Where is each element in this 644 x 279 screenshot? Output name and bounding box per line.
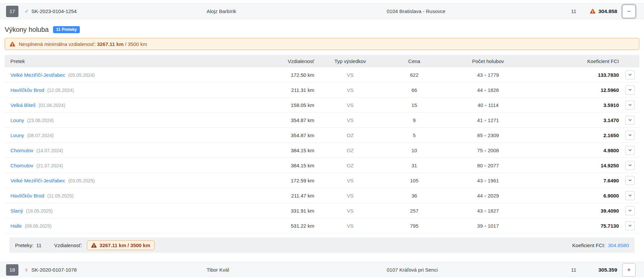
birds-count: 44+2029 — [442, 193, 534, 199]
race-coefficient: 6.9000 — [534, 193, 619, 199]
race-cell: Havlíčkův Brod (12.05.2024) — [10, 87, 251, 93]
chevron-down-icon — [628, 103, 632, 108]
result-type: VS — [314, 72, 386, 78]
birds-count: 43+1961 — [442, 178, 534, 183]
race-distance: 354.87 km — [251, 117, 314, 123]
plus-separator: + — [483, 208, 488, 214]
race-prize: 31 — [386, 163, 442, 168]
row-expand-button[interactable] — [625, 131, 635, 140]
warning-icon — [10, 42, 15, 47]
race-distance: 531.22 km — [251, 223, 314, 229]
row-expand-button[interactable] — [625, 161, 635, 170]
race-distance: 172.50 km — [251, 72, 314, 78]
race-link[interactable]: Havlíčkův Brod — [10, 193, 44, 199]
result-type: VS — [314, 178, 386, 183]
race-coefficient: 3.1470 — [534, 117, 619, 123]
coefficient-total: 305.359 — [598, 267, 617, 273]
race-date: (12.05.2024) — [47, 88, 74, 93]
race-cell: Slaný (18.05.2025) — [10, 208, 251, 214]
race-prize: 10 — [386, 148, 442, 153]
race-cell: Chomutov (21.07.2024) — [10, 163, 251, 168]
races-count-badge: 11 Preteky — [53, 26, 80, 33]
race-date: (09.06.2025) — [25, 223, 51, 229]
birds-count: 41+1271 — [442, 117, 534, 123]
row-expand-button[interactable] — [625, 206, 635, 215]
race-cell: Louny (23.06.2024) — [10, 117, 251, 123]
chevron-down-icon — [628, 118, 632, 123]
result-type: VS — [314, 223, 386, 229]
race-coefficient: 133.7830 — [534, 72, 619, 78]
races-total-label: Preteky: — [15, 242, 34, 248]
row-expand-button[interactable] — [625, 221, 635, 230]
race-link[interactable]: Halle — [10, 223, 22, 229]
expand-button[interactable]: + — [622, 263, 636, 277]
row-expand-button[interactable] — [625, 70, 635, 79]
table-row: Slaný (18.05.2025) 331.91 km VS 257 43+1… — [5, 203, 639, 218]
coefficient-total-label: Koeficient FCI: — [572, 242, 605, 248]
result-type: OZ — [314, 148, 386, 153]
race-distance: 331.91 km — [251, 208, 314, 214]
col-header-pocet-holubov: Počet holubov — [442, 58, 534, 64]
race-link[interactable]: Chomutov — [10, 163, 33, 168]
fancier-name: Tibor Kvál — [207, 267, 387, 273]
row-expand-button[interactable] — [625, 116, 635, 125]
race-prize: 105 — [386, 178, 442, 183]
race-cell: Chomutov (14.07.2024) — [10, 148, 251, 153]
race-coefficient: 39.4090 — [534, 208, 619, 214]
birds-count: 75+2008 — [442, 148, 534, 153]
race-prize: 66 — [386, 87, 442, 93]
race-link[interactable]: Velká Bíteš — [10, 102, 36, 108]
alert-distance-value: 3267.11 km — [97, 41, 123, 47]
plus-separator: + — [483, 102, 488, 108]
result-type: VS — [314, 87, 386, 93]
race-distance: 384.15 km — [251, 163, 314, 168]
birds-count: 85+2309 — [442, 132, 534, 138]
birds-count: 43+1827 — [442, 208, 534, 214]
row-expand-button[interactable] — [625, 191, 635, 200]
result-type: VS — [314, 208, 386, 214]
plus-separator: + — [483, 223, 488, 229]
female-icon: ♀ — [24, 267, 29, 273]
race-link[interactable]: Slaný — [10, 208, 23, 214]
race-link[interactable]: Havlíčkův Brod — [10, 87, 44, 93]
male-icon: ♂ — [24, 8, 29, 14]
race-count: 11 — [563, 8, 576, 14]
table-row: Louny (08.07.2024) 354.87 km OZ 5 85+230… — [5, 128, 639, 143]
race-prize: 257 — [386, 208, 442, 214]
race-prize: 5 — [386, 132, 442, 138]
row-expand-button[interactable] — [625, 176, 635, 185]
race-link[interactable]: Velké Meziříčí-Jestřabec — [10, 178, 65, 183]
plus-separator: + — [483, 132, 488, 138]
table-row: Halle (09.06.2025) 531.22 km VS 795 39+1… — [5, 218, 639, 233]
result-type: OZ — [314, 132, 386, 138]
race-distance: 211.31 km — [251, 87, 314, 93]
table-row: Chomutov (14.07.2024) 384.15 km OZ 10 75… — [5, 143, 639, 158]
race-link[interactable]: Louny — [10, 117, 24, 123]
row-expand-button[interactable] — [625, 146, 635, 155]
race-rows: Velké Meziříčí-Jestřabec (05.05.2024) 17… — [5, 67, 639, 233]
plus-separator: + — [483, 193, 488, 199]
race-distance: 211.47 km — [251, 193, 314, 199]
chevron-down-icon — [628, 178, 632, 183]
race-date: (01.06.2024) — [39, 103, 65, 108]
row-expand-button[interactable] — [625, 86, 635, 95]
plus-separator: + — [483, 148, 488, 153]
ring-number: SK-2020-0107-1078 — [32, 267, 77, 273]
race-link[interactable]: Chomutov — [10, 148, 33, 153]
race-cell: Havlíčkův Brod (11.05.2025) — [10, 193, 251, 199]
race-cell: Velké Meziříčí-Jestřabec (05.05.2024) — [10, 72, 251, 78]
races-total-value: 11 — [36, 242, 42, 248]
race-date: (23.06.2024) — [27, 118, 54, 123]
race-prize: 15 — [386, 102, 442, 108]
alert-text: Nesplnená minimálna vzdialenosť: 3267.11… — [19, 41, 147, 47]
race-date: (18.05.2025) — [26, 208, 53, 214]
row-expand-button[interactable] — [625, 101, 635, 110]
plus-separator: + — [483, 178, 488, 183]
fancier-name: Alojz Barbírik — [207, 8, 387, 14]
collapse-button[interactable]: − — [622, 5, 636, 18]
col-header-vzdialenost: Vzdialenosť — [251, 58, 314, 64]
race-link[interactable]: Louny — [10, 132, 24, 138]
coefficient-total-link[interactable]: 304.8580 — [608, 242, 629, 248]
coefficient-total: 304.858 — [598, 8, 617, 14]
race-link[interactable]: Velké Meziříčí-Jestřabec — [10, 72, 65, 78]
